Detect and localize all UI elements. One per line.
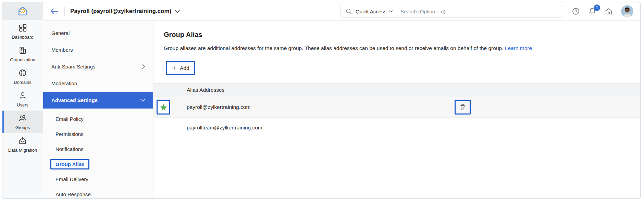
users-icon (18, 91, 27, 100)
search-bar[interactable]: Quick Access (340, 5, 562, 18)
topbar: Payroll (payroll@zylkertraining.com) Qui… (43, 2, 640, 21)
sidebar-item-label: Domains (14, 80, 31, 85)
submenu-item-label: Notifications (55, 146, 84, 152)
submenu-item-label: Email Delivery (55, 176, 88, 182)
sidebar-item-domains[interactable]: Domains (2, 65, 43, 88)
trash-icon (459, 104, 466, 111)
primary-star-icon (160, 104, 167, 111)
add-button-annotation-box: Add (166, 61, 195, 75)
add-button-label: Add (180, 65, 189, 71)
menu-item-moderation[interactable]: Moderation (43, 75, 153, 92)
sidebar-item-label: Dashboard (12, 35, 34, 40)
back-arrow-icon (49, 7, 59, 15)
menu-item-label: Anti-Spam Settings (51, 64, 95, 70)
search-divider (396, 8, 396, 15)
submenu-item-group-alias[interactable]: Group Alias (43, 156, 153, 172)
group-alias-panel: Group Alias Group aliases are additional… (153, 21, 640, 198)
submenu-item-auto-response[interactable]: Auto Response (43, 187, 153, 198)
menu-item-label: Moderation (51, 80, 77, 86)
topbar-divider (64, 7, 65, 16)
help-button[interactable] (572, 7, 580, 15)
column-header-alias-addresses: Alias Addresses (187, 87, 224, 93)
alias-address-value: payrollteam@zylkertraining.com (187, 125, 262, 131)
body-row: General Members Anti-Spam Settings Moder… (43, 21, 640, 198)
search-input[interactable] (400, 8, 557, 15)
delete-alias-button[interactable] (459, 104, 466, 111)
user-avatar[interactable] (621, 5, 633, 17)
sidebar-item-dashboard[interactable]: Dashboard (2, 20, 43, 43)
sidebar-item-organization[interactable]: Organization (2, 43, 43, 65)
groups-icon (18, 114, 27, 123)
primary-sidebar: Dashboard Organization Domains Users (2, 2, 43, 198)
menu-item-label: General (51, 30, 70, 36)
data-migration-icon (18, 136, 27, 145)
plus-icon (172, 65, 177, 71)
group-title-dropdown[interactable]: Payroll (payroll@zylkertraining.com) (70, 8, 180, 15)
group-settings-menu: General Members Anti-Spam Settings Moder… (43, 21, 153, 198)
table-row: payrollteam@zylkertraining.com (153, 118, 640, 138)
primary-star-annotation-box (157, 100, 170, 115)
menu-item-label: Advanced Settings (51, 97, 98, 103)
home-icon (605, 7, 613, 15)
submenu-item-label: Auto Response (55, 191, 91, 197)
mail-admin-logo-icon (17, 5, 28, 17)
page-title: Payroll (payroll@zylkertraining.com) (70, 8, 171, 15)
learn-more-link[interactable]: Learn more (505, 45, 532, 51)
menu-item-general[interactable]: General (43, 25, 153, 41)
avatar-image (621, 5, 633, 17)
sidebar-item-groups[interactable]: Groups (2, 111, 43, 133)
sidebar-item-label: Groups (15, 125, 30, 130)
submenu-item-email-policy[interactable]: Email Policy (43, 111, 153, 126)
menu-item-label: Members (51, 47, 73, 53)
submenu-item-label: Email Policy (55, 116, 84, 122)
advanced-settings-submenu: Email Policy Permissions Notifications G… (43, 109, 153, 198)
help-icon (572, 7, 580, 15)
app-logo[interactable] (2, 2, 43, 20)
sidebar-item-label: Users (17, 102, 28, 108)
home-button[interactable] (605, 7, 613, 15)
chevron-down-icon (389, 10, 393, 13)
delete-button-annotation-box (455, 100, 471, 115)
submenu-item-permissions[interactable]: Permissions (43, 126, 153, 141)
sidebar-item-data-migration[interactable]: Data Migration (2, 133, 43, 156)
table-header-row: Alias Addresses (153, 83, 640, 97)
menu-item-advanced-settings[interactable]: Advanced Settings (43, 92, 153, 109)
sidebar-item-label: Organization (10, 57, 35, 63)
topbar-icons: 1 (572, 5, 633, 17)
right-region: Payroll (payroll@zylkertraining.com) Qui… (43, 2, 640, 198)
dashboard-icon (18, 23, 27, 32)
sidebar-item-label: Data Migration (8, 148, 37, 153)
notification-badge: 1 (594, 4, 600, 11)
panel-description: Group aliases are additional addresses f… (164, 45, 630, 52)
table-row: payroll@zylkertraining.com (153, 97, 640, 118)
submenu-item-notifications[interactable]: Notifications (43, 141, 153, 156)
sidebar-item-users[interactable]: Users (2, 88, 43, 111)
description-text: Group aliases are additional addresses f… (164, 45, 503, 51)
alias-addresses-table: Alias Addresses payroll@zylkertraining.c… (153, 83, 640, 138)
menu-item-members[interactable]: Members (43, 41, 153, 58)
search-icon (345, 8, 352, 15)
domains-icon (18, 68, 27, 77)
add-alias-button[interactable]: Add (167, 62, 194, 74)
menu-item-anti-spam-settings[interactable]: Anti-Spam Settings (43, 58, 153, 75)
chevron-right-icon (142, 64, 145, 69)
chevron-down-icon (140, 99, 145, 102)
group-alias-annotation-box[interactable]: Group Alias (50, 159, 89, 169)
submenu-item-email-delivery[interactable]: Email Delivery (43, 172, 153, 187)
app-window: Dashboard Organization Domains Users (2, 2, 641, 199)
chevron-down-icon (175, 10, 180, 13)
alias-address-value: payroll@zylkertraining.com (187, 104, 250, 110)
quick-access-dropdown[interactable]: Quick Access (356, 9, 393, 14)
panel-title: Group Alias (164, 31, 640, 39)
notifications-button[interactable]: 1 (588, 7, 596, 15)
back-button[interactable] (49, 7, 59, 15)
submenu-item-label: Permissions (55, 131, 84, 137)
organization-icon (18, 46, 27, 55)
quick-access-label: Quick Access (356, 9, 386, 14)
